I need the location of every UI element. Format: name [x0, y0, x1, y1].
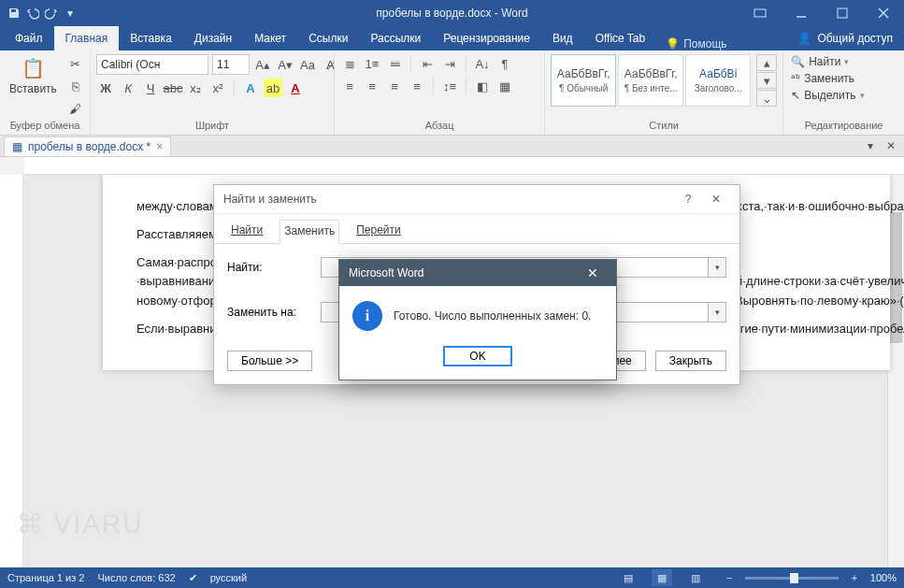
superscript-icon[interactable]: x²	[208, 79, 227, 97]
style-nospacing[interactable]: АаБбВвГг,¶ Без инте...	[618, 54, 683, 107]
format-painter-icon[interactable]: 🖌	[66, 99, 85, 118]
tab-dropdown-icon[interactable]: ▾	[861, 136, 880, 155]
print-layout-icon[interactable]: ▦	[652, 569, 672, 586]
paste-button[interactable]: 📋 Вставить	[6, 54, 61, 97]
tab-home[interactable]: Главная	[54, 26, 120, 50]
styles-down-icon[interactable]: ▾	[756, 72, 777, 89]
paste-label: Вставить	[9, 82, 57, 95]
dialog-help-icon[interactable]: ?	[674, 193, 702, 206]
find-button[interactable]: 🔍Найти▾	[789, 54, 866, 69]
line-spacing-icon[interactable]: ↕≡	[440, 77, 459, 95]
window-buttons	[739, 0, 904, 26]
replace-label: Заменить на:	[227, 306, 311, 319]
vertical-ruler[interactable]	[0, 175, 23, 567]
read-mode-icon[interactable]: ▤	[618, 569, 639, 586]
align-left-icon[interactable]: ≡	[340, 77, 359, 95]
undo-icon[interactable]	[24, 5, 41, 22]
tell-me[interactable]: 💡Помощь	[656, 37, 736, 50]
ok-button[interactable]: OK	[443, 346, 511, 366]
ribbon-display-icon[interactable]	[739, 0, 781, 26]
justify-icon[interactable]: ≡	[408, 77, 426, 95]
close-button[interactable]: Закрыть	[655, 351, 726, 371]
styles-up-icon[interactable]: ▴	[756, 54, 777, 71]
redo-icon[interactable]	[43, 5, 60, 22]
font-family-select[interactable]: Calibri (Осн	[96, 54, 208, 75]
replace-dropdown-icon[interactable]: ▾	[709, 302, 726, 323]
bold-button[interactable]: Ж	[96, 79, 115, 97]
document-tab[interactable]: ▦ пробелы в ворде.docx * ×	[4, 136, 171, 156]
replace-button[interactable]: ᵃᵇЗаменить	[789, 71, 866, 86]
msgbox-title: Microsoft Word	[349, 266, 423, 280]
copy-icon[interactable]: ⎘	[66, 77, 85, 95]
borders-icon[interactable]: ▦	[495, 77, 514, 95]
strike-button[interactable]: abc	[164, 79, 182, 97]
align-right-icon[interactable]: ≡	[385, 77, 404, 95]
styles-more-icon[interactable]: ⌄	[756, 90, 777, 107]
increase-indent-icon[interactable]: ⇥	[440, 54, 459, 73]
change-case-icon[interactable]: Aa	[298, 55, 317, 74]
info-icon: i	[352, 301, 382, 331]
decrease-indent-icon[interactable]: ⇤	[418, 54, 437, 73]
minimize-icon[interactable]	[781, 0, 822, 26]
subscript-icon[interactable]: x₂	[186, 79, 205, 97]
qat-more-icon[interactable]: ▾	[62, 5, 79, 22]
spellcheck-icon[interactable]: ✔	[189, 572, 197, 584]
web-layout-icon[interactable]: ▥	[685, 569, 706, 586]
group-font: Calibri (Осн 11 A▴ A▾ Aa A̷ Ж К Ч abc x₂…	[91, 50, 335, 135]
save-icon[interactable]	[6, 5, 22, 22]
horizontal-ruler[interactable]	[24, 157, 904, 175]
shrink-font-icon[interactable]: A▾	[276, 55, 294, 74]
dialog-tab-replace[interactable]: Заменить	[280, 220, 339, 244]
group-styles-label: Стили	[551, 118, 777, 133]
dialog-close-icon[interactable]: ✕	[702, 193, 730, 206]
tab-design[interactable]: Дизайн	[183, 26, 243, 50]
dialog-tab-find[interactable]: Найти	[227, 220, 266, 243]
tab-officetab[interactable]: Office Tab	[584, 26, 657, 50]
status-words[interactable]: Число слов: 632	[97, 572, 175, 583]
multilevel-icon[interactable]: ⩸	[385, 54, 404, 73]
tell-me-label: Помощь	[683, 37, 726, 50]
dialog-tab-goto[interactable]: Перейти	[352, 220, 405, 243]
word-doc-icon: ▦	[12, 140, 22, 153]
font-color-icon[interactable]: A	[286, 79, 305, 97]
group-editing-label: Редактирование	[789, 118, 898, 133]
font-size-select[interactable]: 11	[212, 54, 250, 75]
underline-button[interactable]: Ч	[141, 79, 160, 97]
tab-layout[interactable]: Макет	[243, 26, 297, 50]
numbering-icon[interactable]: 1≡	[363, 54, 381, 73]
msgbox-close-icon[interactable]: ✕	[579, 265, 607, 280]
highlight-icon[interactable]: ab	[264, 79, 282, 97]
style-normal[interactable]: АаБбВвГг,¶ Обычный	[551, 54, 616, 107]
shading-icon[interactable]: ◧	[473, 77, 492, 95]
more-button[interactable]: Больше >>	[227, 351, 312, 371]
share-button[interactable]: 👤Общий доступ	[786, 26, 904, 50]
grow-font-icon[interactable]: A▴	[253, 55, 272, 74]
tab-mailings[interactable]: Рассылки	[359, 26, 432, 50]
status-page[interactable]: Страница 1 из 2	[7, 572, 84, 583]
tab-view[interactable]: Вид	[541, 26, 584, 50]
tab-review[interactable]: Рецензирование	[432, 26, 541, 50]
tab-references[interactable]: Ссылки	[297, 26, 359, 50]
close-tab-icon[interactable]: ×	[156, 140, 163, 153]
text-effects-icon[interactable]: A	[241, 79, 260, 97]
group-font-label: Шрифт	[96, 118, 328, 133]
style-heading1[interactable]: АаБбВіЗаголово...	[685, 54, 751, 107]
maximize-icon[interactable]	[822, 0, 863, 26]
find-dropdown-icon[interactable]: ▾	[709, 257, 726, 278]
zoom-level[interactable]: 100%	[870, 572, 897, 583]
sort-icon[interactable]: A↓	[473, 54, 492, 73]
cut-icon[interactable]: ✂	[66, 54, 85, 73]
italic-button[interactable]: К	[119, 79, 137, 97]
close-icon[interactable]	[863, 0, 904, 26]
select-button[interactable]: ↖Выделить▾	[789, 88, 866, 103]
tab-close-all-icon[interactable]: ✕	[882, 136, 900, 155]
zoom-out-icon[interactable]: −	[719, 569, 739, 586]
bullets-icon[interactable]: ≣	[340, 54, 359, 73]
show-marks-icon[interactable]: ¶	[495, 54, 514, 73]
tab-insert[interactable]: Вставка	[119, 26, 183, 50]
zoom-slider[interactable]	[745, 577, 839, 580]
align-center-icon[interactable]: ≡	[363, 77, 381, 95]
status-language[interactable]: русский	[210, 572, 247, 583]
tab-file[interactable]: Файл	[4, 26, 54, 50]
zoom-in-icon[interactable]: +	[844, 569, 865, 586]
